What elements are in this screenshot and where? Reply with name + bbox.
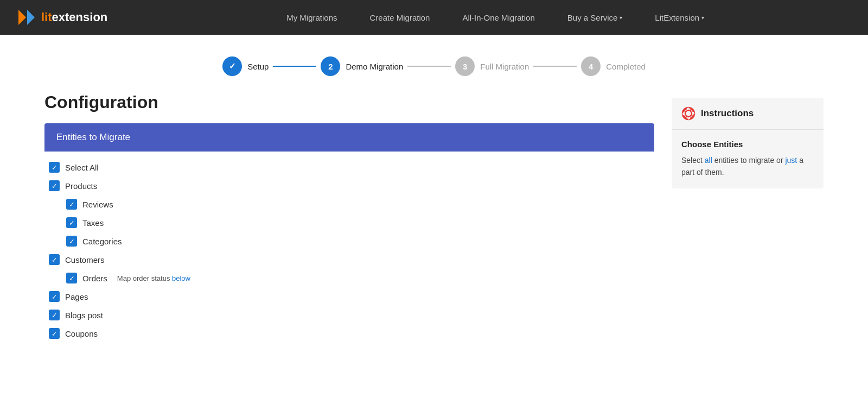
logo-lit: lit (41, 10, 52, 24)
entity-label-orders: Orders (82, 274, 107, 283)
logo-icon (17, 8, 37, 27)
nav-my-migrations[interactable]: My Migrations (286, 13, 337, 22)
lifesaver-icon (681, 106, 695, 121)
buy-service-chevron-icon: ▾ (620, 15, 622, 21)
highlight-all: all (705, 156, 712, 165)
map-order-status-label: Map order status below (117, 274, 190, 282)
entity-label-taxes: Taxes (82, 218, 104, 228)
step-completed: 4 Completed (581, 56, 646, 76)
entities-section-header: Entities to Migrate (44, 123, 654, 152)
step-number-full: 3 (463, 62, 467, 71)
svg-marker-1 (27, 10, 35, 25)
page-title: Configuration (44, 92, 654, 112)
nav-buy-service[interactable]: Buy a Service ▾ (567, 13, 623, 22)
stepper: ✓ Setup 2 Demo Migration 3 Full Migratio… (0, 35, 868, 92)
step-demo: 2 Demo Migration (321, 56, 403, 76)
connector-3 (533, 66, 577, 67)
connector-2 (407, 66, 451, 67)
main-content: Configuration Entities to Migrate ✓ Sele… (27, 92, 841, 343)
map-order-status-link[interactable]: below (172, 274, 190, 282)
check-icon: ✓ (52, 164, 58, 171)
check-icon: ✓ (52, 293, 58, 300)
entity-row-taxes: ✓ Taxes (44, 213, 654, 232)
step-label-setup: Setup (247, 62, 269, 71)
instructions-body: Choose Entities Select all entities to m… (672, 130, 824, 188)
checkbox-customers[interactable]: ✓ (49, 254, 60, 265)
checkbox-taxes[interactable]: ✓ (66, 217, 77, 228)
step-label-full: Full Migration (480, 62, 529, 71)
entity-label-select-all: Select All (65, 163, 99, 172)
content-area: Configuration Entities to Migrate ✓ Sele… (44, 92, 654, 343)
instructions-subtitle: Choose Entities (681, 140, 814, 149)
checkbox-categories[interactable]: ✓ (66, 236, 77, 247)
step-circle-full: 3 (455, 56, 475, 76)
entity-row-categories: ✓ Categories (44, 232, 654, 250)
entity-row-orders: ✓ Orders Map order status below (44, 269, 654, 287)
sidebar: Instructions Choose Entities Select all … (672, 92, 824, 343)
entity-row-select-all: ✓ Select All (44, 158, 654, 177)
step-full: 3 Full Migration (455, 56, 529, 76)
entity-label-pages: Pages (65, 292, 88, 301)
entity-label-coupons: Coupons (65, 329, 98, 338)
logo: litextension (17, 8, 107, 27)
check-icon: ✓ (69, 238, 75, 245)
check-icon: ✓ (52, 256, 58, 263)
checkbox-coupons[interactable]: ✓ (49, 328, 60, 339)
check-icon: ✓ (69, 201, 75, 208)
checkbox-blogs-post[interactable]: ✓ (49, 310, 60, 320)
entity-row-products: ✓ Products (44, 177, 654, 195)
logo-text: litextension (41, 10, 107, 24)
step-number-demo: 2 (328, 62, 333, 71)
entity-label-categories: Categories (82, 237, 122, 246)
step-number-completed: 4 (589, 62, 593, 71)
step-number-setup: ✓ (229, 61, 236, 71)
entity-label-customers: Customers (65, 255, 105, 264)
checkbox-orders[interactable]: ✓ (66, 273, 77, 283)
check-icon: ✓ (52, 182, 58, 190)
header: litextension My Migrations Create Migrat… (0, 0, 868, 35)
entity-label-blogs-post: Blogs post (65, 311, 103, 320)
step-circle-completed: 4 (581, 56, 601, 76)
step-setup: ✓ Setup (222, 56, 269, 76)
svg-point-3 (685, 110, 692, 117)
checkbox-select-all[interactable]: ✓ (49, 162, 60, 173)
step-label-completed: Completed (606, 62, 646, 71)
highlight-just: just (785, 156, 797, 165)
checkbox-products[interactable]: ✓ (49, 180, 60, 191)
instructions-panel: Instructions Choose Entities Select all … (672, 98, 824, 188)
nav-create-migration[interactable]: Create Migration (370, 13, 430, 22)
check-icon: ✓ (52, 330, 58, 337)
check-icon: ✓ (52, 312, 58, 319)
entity-list: ✓ Select All ✓ Products ✓ Reviews (44, 152, 654, 343)
entity-row-reviews: ✓ Reviews (44, 195, 654, 213)
step-circle-demo: 2 (321, 56, 340, 76)
litextension-chevron-icon: ▾ (701, 15, 704, 21)
entity-row-pages: ✓ Pages (44, 287, 654, 306)
nav-litextension[interactable]: LitExtension ▾ (655, 13, 704, 22)
nav-all-in-one[interactable]: All-In-One Migration (462, 13, 534, 22)
logo-extension: extension (52, 10, 108, 24)
svg-marker-0 (18, 10, 26, 25)
connector-1 (273, 66, 316, 67)
main-nav: My Migrations Create Migration All-In-On… (140, 13, 851, 22)
check-icon: ✓ (69, 275, 75, 282)
step-circle-setup: ✓ (222, 56, 242, 76)
checkbox-reviews[interactable]: ✓ (66, 199, 77, 210)
entity-row-blogs-post: ✓ Blogs post (44, 306, 654, 324)
entity-row-coupons: ✓ Coupons (44, 324, 654, 343)
entity-label-products: Products (65, 181, 97, 191)
check-icon: ✓ (69, 219, 75, 226)
entity-row-customers: ✓ Customers (44, 250, 654, 269)
instructions-text: Select all entities to migrate or just a… (681, 154, 814, 179)
entity-label-reviews: Reviews (82, 200, 113, 209)
step-label-demo: Demo Migration (346, 62, 403, 71)
checkbox-pages[interactable]: ✓ (49, 291, 60, 302)
instructions-title: Instructions (701, 108, 754, 119)
instructions-header: Instructions (672, 98, 824, 130)
